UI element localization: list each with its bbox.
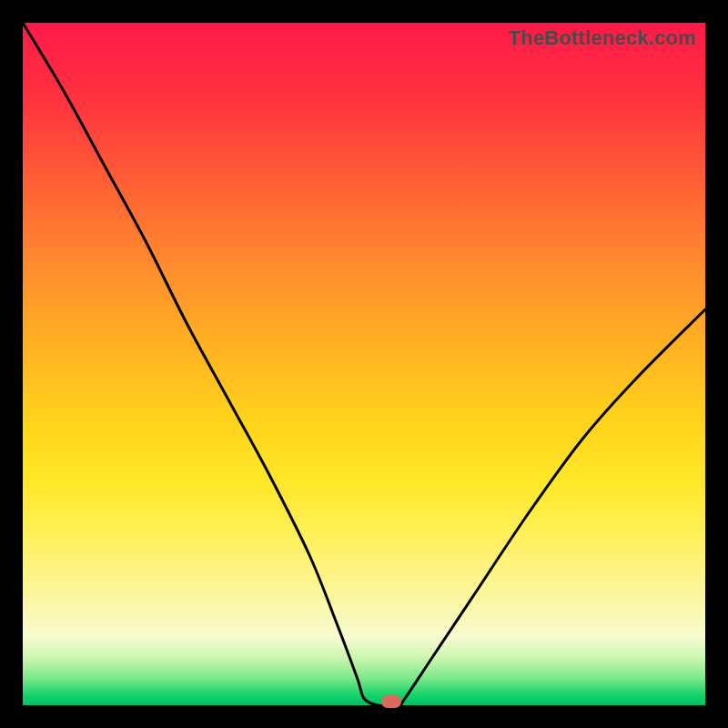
chart-frame: TheBottleneck.com [0, 0, 728, 728]
optimum-marker-icon [381, 695, 401, 708]
plot-area: TheBottleneck.com [23, 23, 705, 705]
bottleneck-curve [23, 23, 705, 705]
